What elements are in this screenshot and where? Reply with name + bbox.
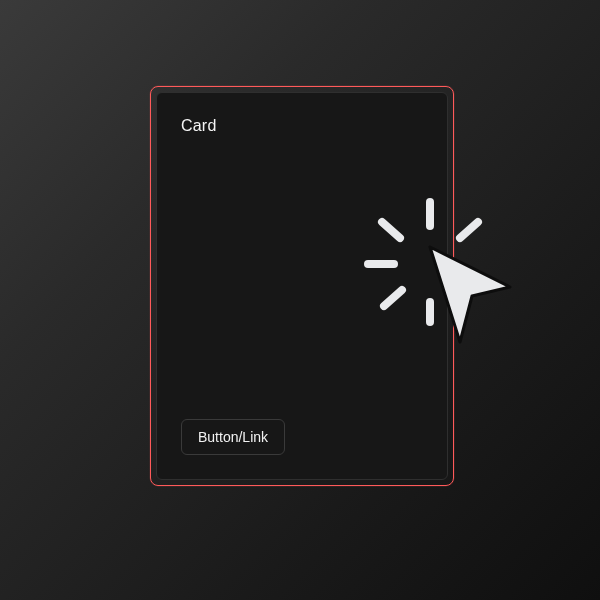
- card[interactable]: Card Button/Link: [156, 92, 448, 480]
- card-title: Card: [181, 117, 423, 135]
- card-button-link[interactable]: Button/Link: [181, 419, 285, 455]
- svg-line-2: [460, 222, 478, 238]
